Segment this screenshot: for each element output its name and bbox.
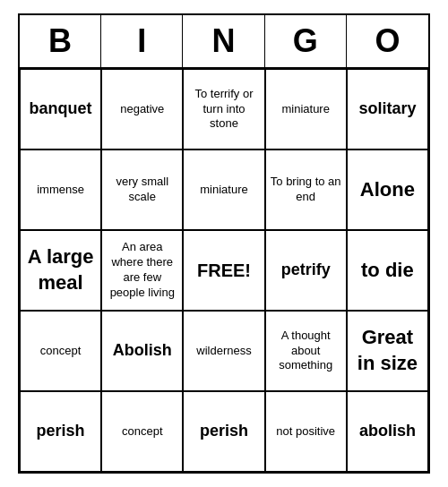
cell-r4-c1: concept [101,391,183,472]
cell-r2-c3: petrify [265,230,347,311]
header-letter: B [20,15,101,67]
cell-r2-c1: An area where there are few people livin… [101,230,183,311]
bingo-header: BINGO [20,15,428,69]
header-letter: I [101,15,183,67]
cell-r3-c1: Abolish [101,311,183,391]
cell-r0-c3: miniature [265,69,347,150]
cell-r1-c4: Alone [347,150,428,230]
bingo-grid: banquetnegativeTo terrify or turn into s… [20,69,428,472]
cell-r3-c3: A thought about something [265,311,347,391]
cell-r0-c1: negative [101,69,183,150]
cell-r4-c0: perish [20,391,101,472]
header-letter: G [265,15,347,67]
cell-r1-c2: miniature [183,150,264,230]
header-letter: N [183,15,264,67]
header-letter: O [347,15,428,67]
cell-r1-c3: To bring to an end [265,150,347,230]
cell-r2-c4: to die [347,230,428,311]
cell-r1-c1: very small scale [101,150,183,230]
cell-r1-c0: immense [20,150,101,230]
cell-r2-c2: FREE! [183,230,264,311]
cell-r0-c0: banquet [20,69,101,150]
cell-r0-c2: To terrify or turn into stone [183,69,264,150]
bingo-card: BINGO banquetnegativeTo terrify or turn … [18,13,430,474]
cell-r4-c3: not positive [265,391,347,472]
cell-r2-c0: A large meal [20,230,101,311]
cell-r4-c2: perish [183,391,264,472]
cell-r3-c0: concept [20,311,101,391]
cell-r0-c4: solitary [347,69,428,150]
cell-r3-c2: wilderness [183,311,264,391]
cell-r3-c4: Great in size [347,311,428,391]
cell-r4-c4: abolish [347,391,428,472]
